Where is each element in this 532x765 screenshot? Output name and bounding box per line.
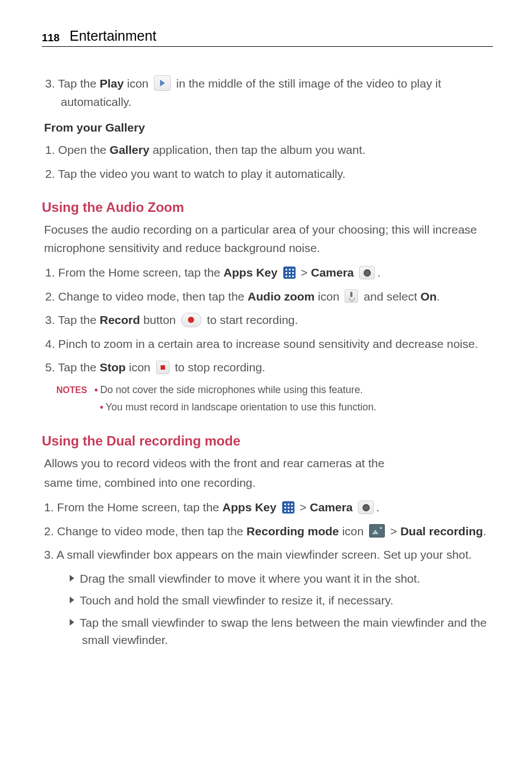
note-1: Do not cover the side microphones while … — [100, 384, 362, 395]
step-text: icon — [125, 361, 153, 374]
step-text: Open the — [58, 143, 109, 156]
step-text: Change to video mode, then tap the — [58, 290, 248, 303]
apps-key-bold: Apps Key — [223, 501, 277, 514]
step-number: 3. — [45, 313, 55, 326]
audio-step-2: 2. Change to video mode, then tap the Au… — [42, 288, 493, 306]
step-play-video: 3. Tap the Play icon in the middle of th… — [42, 75, 493, 111]
step-number: 2. — [45, 167, 55, 180]
audio-zoom-intro: Focuses the audio recording on a particu… — [44, 221, 493, 257]
dual-step-3: 3. A small viewfinder box appears on the… — [42, 546, 493, 564]
recording-mode-icon — [369, 524, 385, 538]
dual-recording-bold: Dual recording — [400, 525, 483, 538]
gt-sep: > — [298, 266, 311, 279]
step-number: 2. — [44, 525, 54, 538]
bullet-text: Tap the small viewfinder to swap the len… — [80, 616, 487, 647]
step-text: application, then tap the album you want… — [149, 143, 366, 156]
step-text: icon — [124, 77, 152, 90]
step-number: 3. — [45, 77, 55, 90]
bullet-icon: • — [100, 401, 103, 413]
bullet-text: Touch and hold the small viewfinder to r… — [80, 594, 393, 607]
heading-audio-zoom: Using the Audio Zoom — [42, 200, 493, 215]
dot: . — [483, 525, 486, 538]
record-bold: Record — [100, 313, 140, 326]
camera-icon — [359, 266, 375, 279]
triangle-icon — [70, 597, 74, 603]
gt-sep: > — [387, 525, 400, 538]
triangle-icon — [70, 575, 74, 582]
step-text: Tap the — [58, 361, 100, 374]
notes-block: NOTES •Do not cover the side microphones… — [56, 382, 493, 398]
step-text: From the Home screen, tap the — [57, 501, 222, 514]
gallery-bold: Gallery — [110, 143, 149, 156]
step-number: 3. — [44, 548, 54, 561]
step-text: icon — [339, 525, 367, 538]
stop-bold: Stop — [100, 361, 126, 374]
apps-key-bold: Apps Key — [224, 266, 278, 279]
apps-key-icon — [283, 267, 296, 279]
bullet-icon: • — [94, 384, 98, 395]
step-text: Change to video mode, then tap the — [57, 525, 246, 538]
notes-label: NOTES — [56, 385, 87, 395]
stop-icon — [156, 361, 170, 374]
step-number: 2. — [45, 290, 55, 303]
step-text: to start recording. — [204, 313, 298, 326]
dual-step-2: 2. Change to video mode, then tap the Re… — [42, 522, 493, 541]
dual-intro-1: Allows you to record videos with the fro… — [44, 454, 493, 473]
section-title: Entertainment — [70, 28, 157, 44]
step-number: 4. — [45, 337, 55, 350]
recording-mode-bold: Recording mode — [246, 525, 339, 538]
step-text: to stop recording. — [172, 361, 265, 374]
step-text: Tap the — [58, 77, 100, 90]
audio-zoom-bold: Audio zoom — [248, 290, 315, 303]
gallery-step-2: 2. Tap the video you want to watch to pl… — [42, 165, 493, 183]
step-text: Tap the — [58, 313, 100, 326]
bullet-text: Drag the small viewfinder to move it whe… — [80, 572, 420, 585]
camera-bold: Camera — [309, 501, 352, 514]
step-text: Pinch to zoom in a certain area to incre… — [58, 337, 478, 350]
dot: . — [437, 290, 440, 303]
apps-key-icon — [282, 501, 294, 514]
record-icon — [181, 313, 201, 327]
note-2: You must record in landscape orientation… — [105, 401, 376, 413]
heading-from-gallery: From your Gallery — [44, 121, 493, 134]
step-number: 1. — [45, 143, 55, 156]
on-bold: On — [420, 290, 437, 303]
audio-step-3: 3. Tap the Record button to start record… — [42, 311, 493, 330]
gt-sep: > — [297, 501, 310, 514]
step-text: From the Home screen, tap the — [58, 266, 223, 279]
audio-step-1: 1. From the Home screen, tap the Apps Ke… — [42, 264, 493, 282]
dual-bullet-3: Tap the small viewfinder to swap the len… — [70, 614, 493, 649]
page-number: 118 — [42, 32, 60, 44]
gallery-step-1: 1. Open the Gallery application, then ta… — [42, 141, 493, 159]
audio-step-4: 4. Pinch to zoom in a certain area to in… — [42, 335, 493, 354]
heading-dual-recording: Using the Dual recording mode — [42, 433, 493, 449]
audio-zoom-icon — [345, 289, 358, 303]
dot: . — [377, 266, 380, 279]
step-text: A small viewfinder box appears on the ma… — [56, 548, 472, 561]
dot: . — [376, 501, 379, 514]
play-bold: Play — [100, 77, 124, 90]
dual-step-1: 1. From the Home screen, tap the Apps Ke… — [42, 498, 493, 517]
dual-bullet-2: Touch and hold the small viewfinder to r… — [70, 592, 493, 609]
step-number: 5. — [45, 361, 55, 374]
dual-intro-2: same time, combined into one recording. — [44, 474, 493, 492]
step-text: and select — [360, 290, 420, 303]
step-number: 1. — [44, 501, 54, 514]
camera-bold: Camera — [311, 266, 354, 279]
step-number: 1. — [45, 266, 55, 279]
camera-icon — [358, 501, 374, 514]
step-text: icon — [315, 290, 342, 303]
note-2-line: •You must record in landscape orientatio… — [100, 398, 493, 417]
page-header: 118 Entertainment — [42, 28, 493, 47]
play-icon — [154, 75, 171, 91]
step-text: Tap the video you want to watch to play … — [58, 167, 346, 180]
step-text: button — [140, 313, 179, 326]
triangle-icon — [70, 619, 74, 626]
dual-bullet-1: Drag the small viewfinder to move it whe… — [70, 570, 493, 588]
audio-step-5: 5. Tap the Stop icon to stop recording. — [42, 359, 493, 377]
